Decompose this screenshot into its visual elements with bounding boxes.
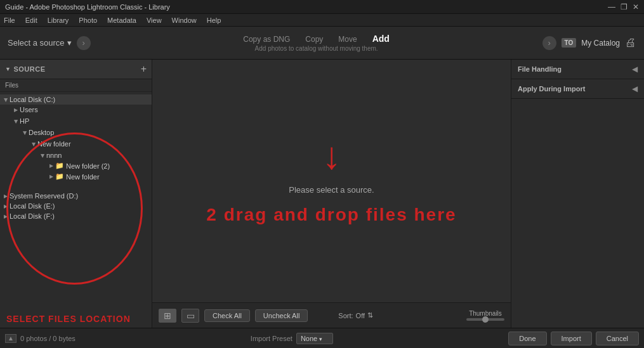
apply-during-import-section[interactable]: Apply During Import ◀ <box>511 79 644 99</box>
menu-metadata[interactable]: Metadata <box>107 16 136 24</box>
files-section-label: Files <box>0 79 152 92</box>
content-area: ▼ Source + Files ▶ Local Disk (C:) <box>0 60 644 328</box>
new-folder-label: New folder <box>37 140 71 148</box>
sort-label: Sort: <box>338 312 353 319</box>
maximize-button[interactable]: ❐ <box>621 3 628 11</box>
title-bar: Guide - Adobe Photoshop Lightroom Classi… <box>0 0 644 14</box>
drag-drop-text: 2 drag and drop files here <box>206 205 456 225</box>
file-handling-section[interactable]: File Handling ◀ <box>511 60 644 79</box>
folder-icon: 📁 <box>55 162 64 170</box>
please-select-text: Please select a source. <box>289 185 374 195</box>
status-bar: ▲ 0 photos / 0 bytes Import Preset None … <box>0 328 644 348</box>
title-bar-controls: — ❐ ✕ <box>608 3 639 11</box>
expand-icon: ▶ <box>13 119 19 123</box>
expand-icon: ▶ <box>40 153 46 157</box>
bottom-buttons: Done Import Cancel <box>508 332 639 345</box>
expand-icon: ▶ <box>31 142 37 146</box>
tree-children-desktop: ▶ New folder ▶ <box>18 138 152 184</box>
import-copy[interactable]: Copy <box>305 35 323 44</box>
check-all-button[interactable]: Check All <box>204 309 250 322</box>
sort-value: Off <box>356 312 365 319</box>
menu-help[interactable]: Help <box>207 16 221 24</box>
import-move[interactable]: Move <box>338 35 357 44</box>
tree-children-hp: ▶ Desktop ▶ New folder <box>9 126 152 186</box>
apply-during-import-arrow: ◀ <box>632 84 638 93</box>
source-panel-label: Source <box>13 65 45 73</box>
thumbnail-slider[interactable] <box>466 318 504 321</box>
expand-icon: ▶ <box>4 214 8 219</box>
menu-view[interactable]: View <box>147 16 162 24</box>
tree-children-new-folder: ▶ nnnn ▶ 📁 <box>27 149 152 183</box>
close-button[interactable]: ✕ <box>633 3 639 11</box>
tree-children-nnnn: ▶ 📁 New folder (2) ▶ <box>36 160 152 182</box>
folder-icon: 📁 <box>55 172 64 181</box>
tree-local-disk-c: ▶ Local Disk (C:) ▶ Users ▶ <box>0 93 152 188</box>
tree-nnnn: ▶ nnnn ▶ 📁 <box>36 149 152 183</box>
expand-icon: ▶ <box>49 174 53 179</box>
new-folder-plain-label: New folder <box>66 173 100 181</box>
menu-photo[interactable]: Photo <box>79 16 97 24</box>
import-subtitle: Add photos to catalog without moving the… <box>255 45 378 52</box>
menu-file[interactable]: File <box>4 16 15 24</box>
grid-view-button[interactable]: ⊞ <box>159 309 176 323</box>
file-handling-arrow: ◀ <box>632 65 638 74</box>
import-copy-dng[interactable]: Copy as DNG <box>243 35 290 44</box>
destination-back-button[interactable]: › <box>542 36 556 50</box>
collapse-button[interactable]: ▲ <box>5 334 16 343</box>
catalog-icon: 🖨 <box>625 36 636 49</box>
center-bottom-bar: ⊞ ▭ Check All Uncheck All Sort: Off ⇅ Th… <box>152 302 511 328</box>
tree-new-folder: ▶ New folder ▶ <box>27 138 152 184</box>
my-catalog-label[interactable]: My Catalog <box>581 39 620 48</box>
menu-library[interactable]: Library <box>48 16 69 24</box>
tree-item-users[interactable]: ▶ Users <box>9 105 152 115</box>
tree-hp: ▶ HP ▶ Desktop <box>9 115 152 187</box>
tree-item-new-folder-plain[interactable]: ▶ 📁 New folder <box>44 171 152 182</box>
done-button[interactable]: Done <box>508 332 546 345</box>
drop-zone[interactable]: ↓ Please select a source. 2 drag and dro… <box>152 60 511 302</box>
triangle-icon: ▼ <box>5 66 11 72</box>
apply-during-import-label: Apply During Import <box>518 85 585 93</box>
file-handling-label: File Handling <box>518 65 562 73</box>
file-tree: ▶ Local Disk (C:) ▶ Users ▶ <box>0 92 152 328</box>
title-bar-title: Guide - Adobe Photoshop Lightroom Classi… <box>5 3 170 11</box>
tree-item-local-disk-e[interactable]: ▶ Local Disk (E:) <box>0 201 152 211</box>
import-add[interactable]: Add <box>372 34 390 44</box>
hp-label: HP <box>20 117 29 125</box>
system-reserved-label: System Reserved (D:) <box>10 192 78 200</box>
toolbar-center: Copy as DNG Copy Move Add Add photos to … <box>243 34 390 52</box>
tree-item-desktop[interactable]: ▶ Desktop <box>18 127 152 138</box>
tree-item-system-reserved[interactable]: ▶ System Reserved (D:) <box>0 191 152 201</box>
source-panel-title: ▼ Source <box>5 65 45 73</box>
disk-c-label: Local Disk (C:) <box>10 96 55 103</box>
nnnn-label: nnnn <box>46 151 62 159</box>
tree-item-nnnn[interactable]: ▶ nnnn <box>36 150 152 160</box>
single-view-button[interactable]: ▭ <box>181 309 199 323</box>
import-preset-dropdown[interactable]: None ▾ <box>296 333 333 344</box>
users-label: Users <box>20 106 38 113</box>
source-forward-button[interactable]: › <box>77 36 91 50</box>
tree-item-hp[interactable]: ▶ HP <box>9 116 152 126</box>
import-preset-area: Import Preset None ▾ <box>251 333 333 344</box>
uncheck-all-button[interactable]: Uncheck All <box>255 309 308 322</box>
toolbar-right: › TO My Catalog 🖨 <box>542 36 636 50</box>
source-panel-header: ▼ Source + <box>0 60 152 79</box>
slider-handle[interactable] <box>482 316 489 323</box>
toolbar-left: Select a source ▾ › <box>8 36 91 50</box>
expand-icon: ▶ <box>22 131 28 134</box>
import-button[interactable]: Import <box>551 332 592 345</box>
cancel-button[interactable]: Cancel <box>596 332 639 345</box>
drop-arrow-icon: ↓ <box>322 137 341 175</box>
sort-dropdown-icon[interactable]: ⇅ <box>367 311 373 319</box>
tree-item-local-disk-f[interactable]: ▶ Local Disk (F:) <box>0 211 152 221</box>
minimize-button[interactable]: — <box>608 3 615 11</box>
menu-edit[interactable]: Edit <box>25 16 37 24</box>
right-panel: File Handling ◀ Apply During Import ◀ <box>511 60 644 328</box>
tree-item-new-folder[interactable]: ▶ New folder <box>27 139 152 149</box>
add-source-button[interactable]: + <box>141 63 147 75</box>
new-folder-2-label: New folder (2) <box>66 162 110 170</box>
source-selector[interactable]: Select a source ▾ <box>8 38 72 48</box>
tree-item-new-folder-2[interactable]: ▶ 📁 New folder (2) <box>44 160 152 171</box>
menu-window[interactable]: Window <box>172 16 197 24</box>
tree-item-local-disk-c[interactable]: ▶ Local Disk (C:) <box>0 94 152 105</box>
import-toolbar: Select a source ▾ › Copy as DNG Copy Mov… <box>0 27 644 60</box>
